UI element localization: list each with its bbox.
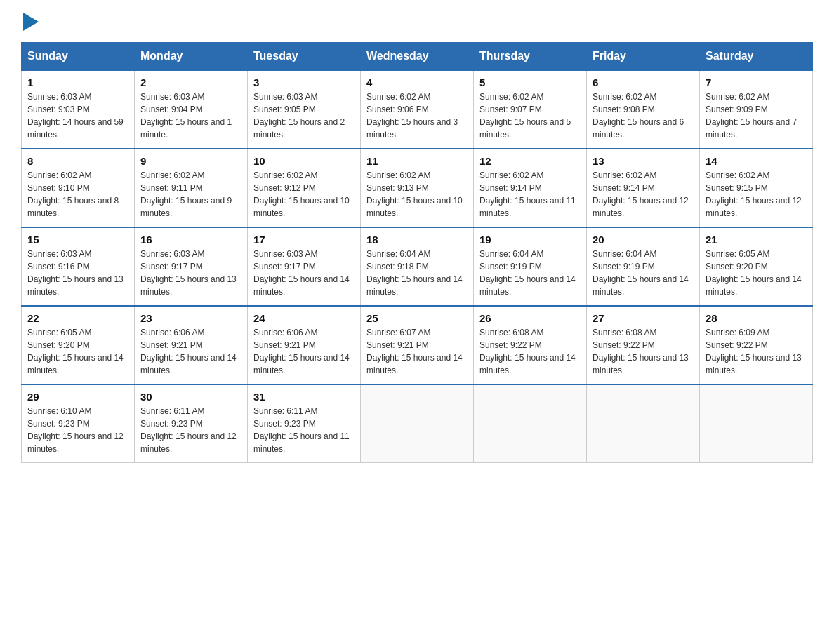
day-number: 4 bbox=[366, 76, 468, 88]
day-number: 31 bbox=[253, 391, 355, 403]
column-header-sunday: Sunday bbox=[22, 43, 135, 71]
day-number: 13 bbox=[593, 155, 694, 167]
day-number: 7 bbox=[706, 76, 807, 88]
calendar-day-cell: 4Sunrise: 6:02 AMSunset: 9:06 PMDaylight… bbox=[361, 70, 474, 149]
calendar-day-cell: 14Sunrise: 6:02 AMSunset: 9:15 PMDayligh… bbox=[700, 149, 813, 227]
calendar-day-cell: 12Sunrise: 6:02 AMSunset: 9:14 PMDayligh… bbox=[474, 149, 587, 227]
calendar-header-row: SundayMondayTuesdayWednesdayThursdayFrid… bbox=[22, 43, 813, 71]
calendar-day-cell: 17Sunrise: 6:03 AMSunset: 9:17 PMDayligh… bbox=[248, 227, 361, 306]
calendar-day-cell bbox=[474, 384, 587, 463]
calendar-day-cell: 7Sunrise: 6:02 AMSunset: 9:09 PMDaylight… bbox=[700, 70, 813, 149]
day-number: 6 bbox=[593, 76, 694, 88]
column-header-tuesday: Tuesday bbox=[248, 43, 361, 71]
calendar-day-cell: 3Sunrise: 6:03 AMSunset: 9:05 PMDaylight… bbox=[248, 70, 361, 149]
day-info: Sunrise: 6:05 AMSunset: 9:20 PMDaylight:… bbox=[706, 248, 807, 298]
day-info: Sunrise: 6:02 AMSunset: 9:12 PMDaylight:… bbox=[253, 169, 355, 220]
day-info: Sunrise: 6:04 AMSunset: 9:19 PMDaylight:… bbox=[479, 248, 581, 298]
day-info: Sunrise: 6:11 AMSunset: 9:23 PMDaylight:… bbox=[140, 405, 241, 455]
calendar-day-cell: 9Sunrise: 6:02 AMSunset: 9:11 PMDaylight… bbox=[135, 149, 248, 227]
day-info: Sunrise: 6:04 AMSunset: 9:18 PMDaylight:… bbox=[366, 248, 468, 298]
calendar-day-cell: 5Sunrise: 6:02 AMSunset: 9:07 PMDaylight… bbox=[474, 70, 587, 149]
calendar-day-cell: 6Sunrise: 6:02 AMSunset: 9:08 PMDaylight… bbox=[587, 70, 700, 149]
calendar-day-cell: 10Sunrise: 6:02 AMSunset: 9:12 PMDayligh… bbox=[248, 149, 361, 227]
calendar-day-cell bbox=[361, 384, 474, 463]
calendar-day-cell: 23Sunrise: 6:06 AMSunset: 9:21 PMDayligh… bbox=[135, 306, 248, 384]
calendar-day-cell: 27Sunrise: 6:08 AMSunset: 9:22 PMDayligh… bbox=[587, 306, 700, 384]
page-header bbox=[21, 14, 813, 29]
column-header-saturday: Saturday bbox=[700, 43, 813, 71]
day-number: 30 bbox=[140, 391, 241, 403]
column-header-friday: Friday bbox=[587, 43, 700, 71]
calendar-day-cell: 13Sunrise: 6:02 AMSunset: 9:14 PMDayligh… bbox=[587, 149, 700, 227]
day-info: Sunrise: 6:02 AMSunset: 9:06 PMDaylight:… bbox=[366, 90, 468, 141]
calendar-day-cell: 11Sunrise: 6:02 AMSunset: 9:13 PMDayligh… bbox=[361, 149, 474, 227]
calendar-table: SundayMondayTuesdayWednesdayThursdayFrid… bbox=[21, 42, 813, 463]
day-info: Sunrise: 6:08 AMSunset: 9:22 PMDaylight:… bbox=[593, 326, 694, 377]
day-number: 26 bbox=[479, 312, 581, 324]
day-info: Sunrise: 6:02 AMSunset: 9:15 PMDaylight:… bbox=[706, 169, 807, 220]
calendar-day-cell: 26Sunrise: 6:08 AMSunset: 9:22 PMDayligh… bbox=[474, 306, 587, 384]
calendar-day-cell: 25Sunrise: 6:07 AMSunset: 9:21 PMDayligh… bbox=[361, 306, 474, 384]
day-info: Sunrise: 6:03 AMSunset: 9:17 PMDaylight:… bbox=[140, 248, 241, 298]
calendar-week-row: 22Sunrise: 6:05 AMSunset: 9:20 PMDayligh… bbox=[22, 306, 813, 384]
column-header-monday: Monday bbox=[135, 43, 248, 71]
day-info: Sunrise: 6:03 AMSunset: 9:04 PMDaylight:… bbox=[140, 90, 241, 141]
day-info: Sunrise: 6:02 AMSunset: 9:10 PMDaylight:… bbox=[27, 169, 128, 220]
day-number: 18 bbox=[366, 234, 468, 246]
day-info: Sunrise: 6:02 AMSunset: 9:14 PMDaylight:… bbox=[593, 169, 694, 220]
calendar-day-cell: 8Sunrise: 6:02 AMSunset: 9:10 PMDaylight… bbox=[22, 149, 135, 227]
column-header-thursday: Thursday bbox=[474, 43, 587, 71]
day-number: 27 bbox=[593, 312, 694, 324]
calendar-day-cell bbox=[700, 384, 813, 463]
day-number: 28 bbox=[706, 312, 807, 324]
calendar-day-cell: 1Sunrise: 6:03 AMSunset: 9:03 PMDaylight… bbox=[22, 70, 135, 149]
svg-marker-0 bbox=[23, 13, 39, 31]
day-number: 23 bbox=[140, 312, 241, 324]
column-header-wednesday: Wednesday bbox=[361, 43, 474, 71]
day-number: 9 bbox=[140, 155, 241, 167]
day-info: Sunrise: 6:03 AMSunset: 9:05 PMDaylight:… bbox=[253, 90, 355, 141]
day-info: Sunrise: 6:05 AMSunset: 9:20 PMDaylight:… bbox=[27, 326, 128, 377]
calendar-day-cell: 16Sunrise: 6:03 AMSunset: 9:17 PMDayligh… bbox=[135, 227, 248, 306]
day-number: 15 bbox=[27, 234, 128, 246]
calendar-week-row: 8Sunrise: 6:02 AMSunset: 9:10 PMDaylight… bbox=[22, 149, 813, 227]
day-number: 17 bbox=[253, 234, 355, 246]
logo bbox=[21, 14, 39, 29]
day-info: Sunrise: 6:03 AMSunset: 9:17 PMDaylight:… bbox=[253, 248, 355, 298]
day-number: 16 bbox=[140, 234, 241, 246]
day-number: 24 bbox=[253, 312, 355, 324]
day-info: Sunrise: 6:03 AMSunset: 9:03 PMDaylight:… bbox=[27, 90, 128, 141]
day-info: Sunrise: 6:10 AMSunset: 9:23 PMDaylight:… bbox=[27, 405, 128, 455]
day-info: Sunrise: 6:02 AMSunset: 9:11 PMDaylight:… bbox=[140, 169, 241, 220]
day-info: Sunrise: 6:07 AMSunset: 9:21 PMDaylight:… bbox=[366, 326, 468, 377]
day-info: Sunrise: 6:11 AMSunset: 9:23 PMDaylight:… bbox=[253, 405, 355, 455]
day-info: Sunrise: 6:09 AMSunset: 9:22 PMDaylight:… bbox=[706, 326, 807, 377]
day-info: Sunrise: 6:02 AMSunset: 9:07 PMDaylight:… bbox=[479, 90, 581, 141]
calendar-day-cell: 15Sunrise: 6:03 AMSunset: 9:16 PMDayligh… bbox=[22, 227, 135, 306]
calendar-day-cell: 24Sunrise: 6:06 AMSunset: 9:21 PMDayligh… bbox=[248, 306, 361, 384]
day-number: 10 bbox=[253, 155, 355, 167]
calendar-day-cell bbox=[587, 384, 700, 463]
day-number: 5 bbox=[479, 76, 581, 88]
calendar-day-cell: 20Sunrise: 6:04 AMSunset: 9:19 PMDayligh… bbox=[587, 227, 700, 306]
calendar-day-cell: 29Sunrise: 6:10 AMSunset: 9:23 PMDayligh… bbox=[22, 384, 135, 463]
day-number: 8 bbox=[27, 155, 128, 167]
calendar-day-cell: 21Sunrise: 6:05 AMSunset: 9:20 PMDayligh… bbox=[700, 227, 813, 306]
day-info: Sunrise: 6:06 AMSunset: 9:21 PMDaylight:… bbox=[140, 326, 241, 377]
day-number: 25 bbox=[366, 312, 468, 324]
logo-triangle-icon bbox=[23, 13, 39, 31]
calendar-day-cell: 2Sunrise: 6:03 AMSunset: 9:04 PMDaylight… bbox=[135, 70, 248, 149]
day-number: 14 bbox=[706, 155, 807, 167]
day-info: Sunrise: 6:06 AMSunset: 9:21 PMDaylight:… bbox=[253, 326, 355, 377]
calendar-day-cell: 31Sunrise: 6:11 AMSunset: 9:23 PMDayligh… bbox=[248, 384, 361, 463]
calendar-week-row: 1Sunrise: 6:03 AMSunset: 9:03 PMDaylight… bbox=[22, 70, 813, 149]
day-number: 11 bbox=[366, 155, 468, 167]
calendar-day-cell: 18Sunrise: 6:04 AMSunset: 9:18 PMDayligh… bbox=[361, 227, 474, 306]
calendar-week-row: 29Sunrise: 6:10 AMSunset: 9:23 PMDayligh… bbox=[22, 384, 813, 463]
day-info: Sunrise: 6:03 AMSunset: 9:16 PMDaylight:… bbox=[27, 248, 128, 298]
day-number: 2 bbox=[140, 76, 241, 88]
calendar-day-cell: 30Sunrise: 6:11 AMSunset: 9:23 PMDayligh… bbox=[135, 384, 248, 463]
calendar-week-row: 15Sunrise: 6:03 AMSunset: 9:16 PMDayligh… bbox=[22, 227, 813, 306]
day-number: 19 bbox=[479, 234, 581, 246]
calendar-day-cell: 19Sunrise: 6:04 AMSunset: 9:19 PMDayligh… bbox=[474, 227, 587, 306]
